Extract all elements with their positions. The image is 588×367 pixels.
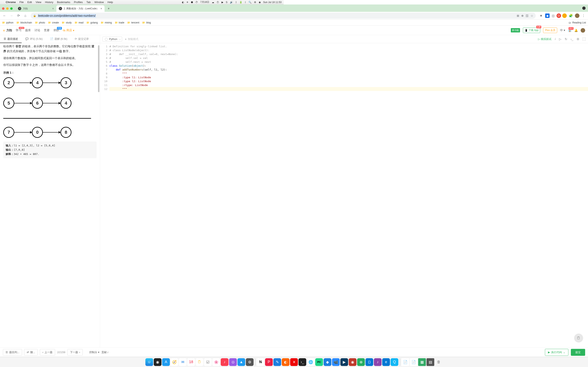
reload-button[interactable]: ⟳ bbox=[16, 13, 21, 18]
window-maximize-button[interactable] bbox=[10, 7, 13, 10]
menu-bookmarks[interactable]: Bookmarks bbox=[57, 1, 70, 4]
tab-close-icon[interactable]: × bbox=[52, 7, 54, 10]
menu-view[interactable]: View bbox=[35, 1, 41, 4]
ll-node: 7 bbox=[3, 127, 14, 138]
browser-toolbar: ← → ⟳ ⌂ 🔒 leetcode-cn.com/problems/add-t… bbox=[0, 12, 284, 20]
control-center-icon[interactable]: ⚙ bbox=[254, 1, 256, 4]
tab-description[interactable]: ☰ 题目描述 bbox=[0, 35, 22, 43]
favicon-icon: 力 bbox=[18, 7, 21, 10]
description-pane[interactable]: 给你两个 非空 的链表，表示两个非负的整数。它们每位数字都是按照 逆序 的方式存… bbox=[0, 43, 100, 177]
nav-problems[interactable]: 题库 bbox=[25, 29, 31, 32]
tab-comments[interactable]: 💬 评论 (5.5k) bbox=[22, 35, 46, 43]
ll-node: 6 bbox=[32, 98, 43, 109]
wifi-icon[interactable]: ⧙ bbox=[245, 1, 246, 4]
status-icon[interactable]: ◐ bbox=[182, 1, 184, 4]
status-icon[interactable]: ⏱ bbox=[195, 1, 198, 4]
nav-jobs[interactable]: 求职内推 bbox=[53, 29, 59, 32]
browser-tab[interactable]: 力 力扣 × bbox=[16, 5, 56, 12]
divider bbox=[3, 118, 91, 119]
ll-node: 2 bbox=[3, 77, 14, 88]
nav-shop[interactable]: 🛍 商店 ▾ bbox=[63, 29, 74, 32]
volume-icon[interactable]: 🔊 bbox=[230, 1, 233, 4]
status-icon[interactable]: S bbox=[226, 1, 227, 4]
menubar-date: 7月18日 bbox=[200, 0, 209, 4]
menubar-app[interactable]: Chrome bbox=[6, 1, 16, 4]
menu-help[interactable]: Help bbox=[108, 1, 113, 4]
example-block: 输入：l1 = [2,4,3], l2 = [5,6,4] 输出：[7,0,8]… bbox=[3, 142, 96, 158]
back-button[interactable]: ← bbox=[2, 13, 7, 18]
bookmark-folder[interactable]: 📁create bbox=[48, 21, 59, 24]
tab-close-icon[interactable]: × bbox=[100, 7, 102, 10]
forward-button[interactable]: → bbox=[9, 13, 14, 18]
code-content[interactable]: # Definition for singly-linked list. # c… bbox=[109, 43, 284, 177]
window-close-button[interactable] bbox=[2, 7, 4, 10]
address-bar[interactable]: 🔒 leetcode-cn.com/problems/add-two-numbe… bbox=[31, 13, 284, 19]
status-icon[interactable]: ▶ bbox=[222, 1, 223, 4]
bookmark-folder[interactable]: 📁python bbox=[2, 21, 13, 24]
linked-list-diagram: 2 4 3 5 6 4 7 0 8 bbox=[3, 77, 96, 138]
tab-title: 2. 两数相加 - 力扣（LeetCode） bbox=[64, 7, 99, 10]
description-paragraph: 你可以假设除了数字 0 之外，这两个数都不会以 0 开头。 bbox=[3, 63, 96, 67]
status-icon[interactable]: ☁ bbox=[212, 1, 214, 4]
example-title: 示例 1： bbox=[3, 70, 96, 75]
bookmark-folder[interactable]: 📁photo bbox=[35, 21, 45, 24]
code-editor[interactable]: 123456789101112 # Definition for singly-… bbox=[100, 43, 284, 177]
leetcode-logo[interactable]: ⬨ 力扣 bbox=[3, 28, 12, 33]
bookmark-folder[interactable]: 📁study bbox=[62, 21, 72, 24]
bookmark-folder[interactable]: 📁mixing bbox=[101, 21, 112, 24]
logo-icon: ⬨ bbox=[3, 28, 5, 33]
ll-node: 0 bbox=[32, 127, 43, 138]
menubar-clock[interactable]: Sun Jul 18 11:53 bbox=[263, 1, 282, 4]
status-icon[interactable]: 🗒 bbox=[217, 1, 219, 4]
nav-study[interactable]: 学习NEW bbox=[16, 29, 21, 32]
bookmark-folder[interactable]: 📁golang bbox=[86, 21, 98, 24]
ll-node: 4 bbox=[61, 98, 71, 109]
bookmark-folder[interactable]: 📁read bbox=[75, 21, 84, 24]
nav-discuss[interactable]: 讨论 bbox=[35, 29, 40, 32]
ll-node: 5 bbox=[3, 98, 14, 109]
browser-tab-active[interactable]: 力 2. 两数相加 - 力扣（LeetCode） × bbox=[56, 5, 104, 12]
menu-window[interactable]: Window bbox=[94, 1, 104, 4]
scrollbar[interactable] bbox=[98, 45, 99, 92]
bookmark-folder[interactable]: 📁trade bbox=[115, 21, 124, 24]
chrome-window: 力 力扣 × 力 2. 两数相加 - 力扣（LeetCode） × + ← → … bbox=[0, 4, 284, 177]
lock-icon: 🔒 bbox=[33, 14, 36, 17]
menu-edit[interactable]: Edit bbox=[27, 1, 32, 4]
home-button[interactable]: ⌂ bbox=[22, 13, 28, 18]
macos-menubar: Chrome File Edit View History Bookmarks … bbox=[0, 0, 284, 4]
siri-icon[interactable]: ◉ bbox=[259, 1, 261, 4]
bookmarks-bar: 📁python 📁blockchain 📁photo 📁create 📁stud… bbox=[0, 20, 284, 26]
nav-contest[interactable]: 竞赛 bbox=[44, 29, 50, 32]
tab-strip: 力 力扣 × 力 2. 两数相加 - 力扣（LeetCode） × + bbox=[0, 4, 284, 12]
favicon-icon: 力 bbox=[59, 7, 62, 10]
language-select[interactable]: ◯Python ⌄ bbox=[103, 36, 122, 42]
description-paragraph: 给你两个 非空 的链表，表示两个非负的整数。它们每位数字都是按照 逆序 的方式存… bbox=[3, 44, 96, 54]
smart-mode-toggle[interactable]: ● 智能模式 bbox=[125, 37, 138, 41]
leetcode-header: ⬨ 力扣 学习NEW 题库 讨论 竞赛 求职内推 🛍 商店 ▾ 新功能 📱 下载… bbox=[0, 26, 284, 35]
menu-tab[interactable]: Tab bbox=[86, 1, 91, 4]
window-controls bbox=[2, 7, 13, 10]
tab-submissions[interactable]: ⟳ 提交记录 bbox=[71, 35, 93, 43]
status-icon[interactable]: ⬢ bbox=[191, 1, 193, 4]
problem-tab-bar: ☰ 题目描述 💬 评论 (5.5k) 📄 题解 (6.5k) ⟳ 提交记录 ◯P… bbox=[0, 35, 284, 43]
bookmark-folder[interactable]: 📁blockchain bbox=[16, 21, 32, 24]
spotlight-icon[interactable]: 🔍 bbox=[249, 1, 251, 4]
description-paragraph: 请你将两个数相加，并以相同形式返回一个表示和的链表。 bbox=[3, 56, 96, 61]
menu-history[interactable]: History bbox=[45, 1, 53, 4]
new-tab-button[interactable]: + bbox=[106, 6, 112, 11]
menu-profiles[interactable]: Profiles bbox=[74, 1, 83, 4]
status-icon[interactable]: ✈ bbox=[186, 1, 189, 4]
chevron-down-icon: ⌄ bbox=[119, 38, 121, 41]
battery-icon[interactable]: 🔋 bbox=[239, 1, 242, 4]
menu-file[interactable]: File bbox=[19, 1, 24, 4]
ll-node: 8 bbox=[61, 127, 71, 138]
bluetooth-icon[interactable]: ᛒ bbox=[235, 1, 237, 4]
bookmark-folder[interactable]: 📁blog bbox=[142, 21, 151, 24]
line-gutter: 123456789101112 bbox=[100, 43, 109, 177]
tab-solutions[interactable]: 📄 题解 (6.5k) bbox=[46, 35, 71, 43]
tab-title: 力扣 bbox=[23, 7, 28, 10]
ll-node: 4 bbox=[32, 77, 43, 88]
ll-node: 3 bbox=[61, 77, 71, 88]
bookmark-folder[interactable]: 📁tencent bbox=[127, 21, 139, 24]
window-minimize-button[interactable] bbox=[6, 7, 9, 10]
